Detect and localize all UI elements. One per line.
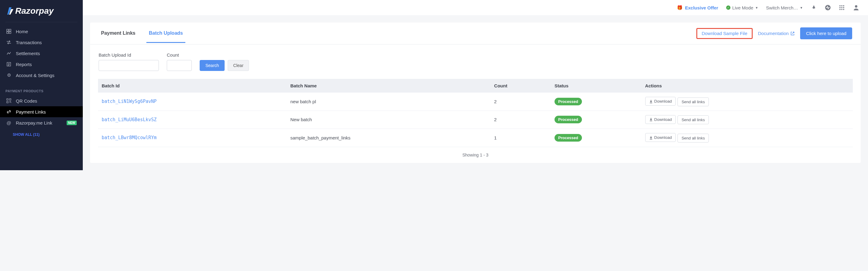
batch-id-link[interactable]: batch_LiN1WySg6PavNP [102,99,157,104]
qr-icon [6,98,11,103]
documentation-label: Documentation [758,31,789,36]
tab-batch-uploads[interactable]: Batch Uploads [146,24,185,43]
svg-point-9 [839,5,841,6]
chevron-down-icon: ▼ [800,6,803,9]
send-all-links-button[interactable]: Send all links [678,134,709,143]
download-sample-file-link[interactable]: Download Sample File [696,28,752,39]
svg-rect-6 [9,99,11,100]
svg-rect-5 [7,99,8,100]
divider [5,22,77,22]
svg-point-16 [841,9,842,10]
check-circle-icon: ✓ [726,5,731,10]
table-row: batch_LBwr8MQcowlRYmsample_batch_payment… [98,129,853,147]
clear-button[interactable]: Clear [228,60,249,71]
brand-name: Razorpay [15,6,54,16]
sidebar-item-home[interactable]: Home [0,26,83,37]
notifications-icon[interactable] [811,5,817,11]
filters: Batch Upload Id Count Search Clear [90,44,861,79]
at-icon: @ [6,120,11,125]
profile-icon[interactable] [853,4,860,11]
download-button[interactable]: Download [645,97,676,106]
sidebar-item-label: Reports [16,62,32,67]
download-button[interactable]: Download [645,133,676,142]
batch-upload-id-label: Batch Upload Id [99,52,159,58]
settlements-icon [6,51,11,56]
count-input[interactable] [167,60,192,71]
offer-label: Exclusive Offer [685,5,718,10]
sidebar-item-reports[interactable]: Reports [0,59,83,70]
sidebar-item-payment-links[interactable]: Payment Links [0,106,83,117]
svg-rect-2 [7,32,8,33]
live-mode-toggle[interactable]: ✓ Live Mode ▼ [726,5,758,10]
apps-grid-icon[interactable] [839,5,845,11]
col-actions: Actions [642,79,853,93]
count-label: Count [167,52,192,58]
new-badge: NEW [67,121,77,125]
show-all-link[interactable]: SHOW ALL (11) [0,128,83,141]
sidebar-item-label: Razorpay.me Link [16,120,52,125]
razorpay-logo-icon [7,7,14,14]
sidebar-item-account-settings[interactable]: ⚙ Account & Settings [0,70,83,81]
switch-merchant-dropdown[interactable]: Switch Merch… ▼ [766,5,803,10]
table-row: batch_LiMuU6BesLkvSZNew batch2ProcessedD… [98,111,853,129]
sidebar-item-transactions[interactable]: Transactions [0,37,83,48]
svg-point-10 [841,5,842,6]
status-badge: Processed [555,134,582,142]
status-badge: Processed [555,116,582,123]
transactions-icon [6,39,11,45]
chevron-down-icon: ▼ [755,6,758,9]
svg-point-15 [839,9,841,10]
gift-icon: 🎁 [677,5,683,10]
sidebar: Razorpay Home Transactions Settlements R… [0,0,83,170]
batch-id-link[interactable]: batch_LBwr8MQcowlRYm [102,135,157,140]
sidebar-item-label: Payment Links [16,109,45,115]
download-button[interactable]: Download [645,115,676,124]
count-cell: 2 [491,111,551,129]
status-badge: Processed [555,98,582,106]
col-count: Count [491,79,551,93]
download-icon [649,99,653,103]
search-button[interactable]: Search [200,60,225,71]
svg-point-14 [843,7,844,8]
link-icon [6,109,11,115]
svg-rect-1 [9,29,11,31]
external-link-icon [790,31,795,36]
col-status: Status [551,79,642,93]
sidebar-item-razorpay-me[interactable]: @ Razorpay.me Link NEW [0,117,83,128]
tab-payment-links[interactable]: Payment Links [99,24,138,43]
svg-point-11 [843,5,844,6]
send-all-links-button[interactable]: Send all links [678,97,709,106]
logo[interactable]: Razorpay [0,0,83,20]
sidebar-item-label: Settlements [16,51,40,56]
gear-icon: ⚙ [6,72,11,78]
sidebar-item-label: Transactions [16,40,42,45]
col-batch-id: Batch Id [98,79,287,93]
live-mode-label: Live Mode [732,5,753,10]
count-cell: 1 [491,129,551,147]
sidebar-section-title: PAYMENT PRODUCTS [0,84,83,95]
download-icon [649,136,653,140]
count-cell: 2 [491,93,551,111]
send-all-links-button[interactable]: Send all links [678,115,709,124]
showing-text: Showing 1 - 3 [90,147,861,163]
col-batch-name: Batch Name [287,79,491,93]
upload-button[interactable]: Click here to upload [800,27,852,39]
download-icon [649,118,653,121]
tabs: Payment Links Batch Uploads Download Sam… [90,23,861,44]
sidebar-item-qr-codes[interactable]: QR Codes [0,95,83,106]
sidebar-item-label: Account & Settings [16,73,55,78]
batch-table: Batch Id Batch Name Count Status Actions… [98,79,853,147]
documentation-link[interactable]: Documentation [758,31,795,36]
topbar: 🎁 Exclusive Offer ✓ Live Mode ▼ Switch M… [83,0,868,15]
batch-id-link[interactable]: batch_LiMuU6BesLkvSZ [102,117,157,122]
activity-icon[interactable] [825,5,831,11]
batch-name-cell: sample_batch_payment_links [287,129,491,147]
svg-point-13 [841,7,842,8]
exclusive-offer-link[interactable]: 🎁 Exclusive Offer [677,5,718,10]
content-card: Payment Links Batch Uploads Download Sam… [90,23,861,163]
sidebar-item-settlements[interactable]: Settlements [0,48,83,59]
table-row: batch_LiN1WySg6PavNPnew batch pl2Process… [98,93,853,111]
batch-upload-id-input[interactable] [99,60,159,71]
switch-merchant-label: Switch Merch… [766,5,798,10]
svg-rect-7 [7,101,8,103]
